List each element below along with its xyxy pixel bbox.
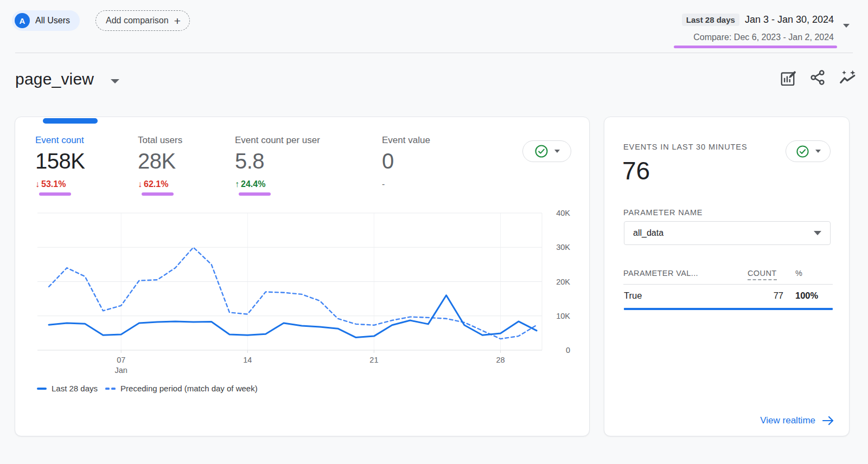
compare-highlight-underline [674, 46, 837, 48]
metric-highlight-underline [39, 192, 71, 196]
metric-label: Event count [35, 135, 85, 146]
legend-label: Preceding period (match day of week) [120, 384, 258, 393]
svg-text:07: 07 [117, 356, 125, 364]
view-realtime-label: View realtime [760, 415, 815, 426]
table-row-parameter-value: True [624, 291, 642, 301]
chart-legend: Last 28 days Preceding period (match day… [37, 384, 258, 393]
audience-chip-all-users[interactable]: A All Users [12, 10, 80, 31]
chevron-down-icon [814, 231, 821, 235]
customize-report-icon[interactable] [779, 69, 796, 86]
metric-event-count-per-user[interactable]: Event count per user 5.8 ↑ 24.4% [235, 135, 320, 196]
date-range-text: Jan 3 - Jan 30, 2024 [745, 14, 834, 25]
metric-highlight-underline [142, 192, 174, 196]
divider [15, 53, 853, 53]
date-range-picker[interactable]: Last 28 days Jan 3 - Jan 30, 2024 [682, 14, 834, 26]
legend-label: Last 28 days [52, 384, 98, 393]
realtime-events-count: 76 [622, 156, 650, 185]
chevron-down-icon [554, 150, 560, 153]
table-row-count: 77 [748, 291, 783, 301]
svg-text:20K: 20K [556, 278, 570, 286]
selected-tab-indicator [43, 118, 98, 124]
page-title-dropdown-caret[interactable] [111, 79, 119, 83]
table-row-percent: 100% [795, 291, 818, 301]
metric-value: 5.8 [235, 149, 320, 173]
metric-label: Event value [382, 135, 430, 146]
metric-change: - [382, 179, 430, 189]
arrow-down-icon: ↓ [35, 179, 40, 189]
column-header-percent: % [795, 269, 802, 278]
svg-text:14: 14 [243, 356, 252, 364]
realtime-title: EVENTS IN LAST 30 MINUTES [623, 143, 748, 151]
add-comparison-label: Add comparison [106, 16, 169, 25]
arrow-right-icon [822, 415, 835, 426]
check-circle-icon [796, 145, 809, 158]
legend-item-current: Last 28 days [37, 384, 98, 393]
percent-bar [624, 308, 833, 310]
check-circle-icon [534, 144, 548, 158]
divider [623, 284, 833, 285]
data-quality-badge[interactable] [786, 140, 831, 162]
metric-event-value[interactable]: Event value 0 - [382, 135, 430, 189]
share-icon[interactable] [809, 69, 826, 86]
parameter-name-select[interactable]: all_data [624, 221, 831, 245]
svg-text:0: 0 [566, 346, 570, 355]
metric-change: ↑ 24.4% [235, 179, 320, 189]
column-header-count[interactable]: COUNT [748, 269, 777, 280]
metric-change-value: 53.1% [41, 179, 66, 189]
page-title: page_view [15, 70, 94, 88]
dashed-line-swatch [105, 388, 116, 390]
arrow-down-icon: ↓ [138, 179, 142, 189]
metric-change-value: 62.1% [144, 179, 168, 189]
metric-value: 0 [382, 149, 430, 173]
svg-text:Jan: Jan [115, 366, 127, 375]
realtime-card: EVENTS IN LAST 30 MINUTES 76 PARAMETER N… [604, 117, 850, 436]
legend-item-preceding: Preceding period (match day of week) [105, 384, 258, 393]
events-report-card: Event count 158K ↓ 53.1% Total users 28K… [15, 117, 590, 436]
data-quality-badge[interactable] [522, 140, 571, 162]
svg-text:28: 28 [496, 356, 505, 364]
trend-chart: 010K20K30K40K07Jan142128 [26, 204, 574, 383]
metric-label: Total users [138, 135, 182, 146]
chevron-down-icon [815, 150, 821, 153]
metric-value: 158K [35, 149, 85, 173]
metric-change-value: - [382, 179, 385, 189]
metric-total-users[interactable]: Total users 28K ↓ 62.1% [138, 135, 182, 196]
metric-value: 28K [138, 149, 182, 173]
metric-change-value: 24.4% [241, 179, 265, 189]
plus-icon: + [174, 15, 181, 27]
metric-change: ↓ 62.1% [138, 179, 182, 189]
add-comparison-button[interactable]: Add comparison + [95, 10, 190, 31]
parameter-name-label: PARAMETER NAME [623, 208, 703, 217]
solid-line-swatch [37, 388, 47, 390]
metric-highlight-underline [239, 192, 271, 196]
metric-label: Event count per user [235, 135, 320, 146]
svg-text:21: 21 [369, 356, 378, 364]
topbar: A All Users Add comparison + Last 28 day… [0, 0, 868, 54]
svg-text:30K: 30K [556, 243, 570, 252]
audience-avatar: A [15, 13, 30, 28]
svg-text:40K: 40K [556, 209, 570, 217]
date-preset-chip: Last 28 days [682, 14, 739, 26]
audience-chip-label: All Users [35, 16, 70, 25]
metric-event-count[interactable]: Event count 158K ↓ 53.1% [35, 135, 85, 196]
insights-icon[interactable] [839, 69, 856, 86]
metric-change: ↓ 53.1% [35, 179, 85, 189]
svg-text:10K: 10K [556, 312, 570, 320]
view-realtime-link[interactable]: View realtime [760, 415, 835, 426]
parameter-select-value: all_data [633, 228, 663, 238]
chevron-down-icon[interactable] [843, 24, 850, 28]
column-header-parameter-value: PARAMETER VAL... [623, 269, 698, 278]
arrow-up-icon: ↑ [235, 179, 239, 189]
date-compare-text: Compare: Dec 6, 2023 - Jan 2, 2024 [693, 33, 834, 42]
